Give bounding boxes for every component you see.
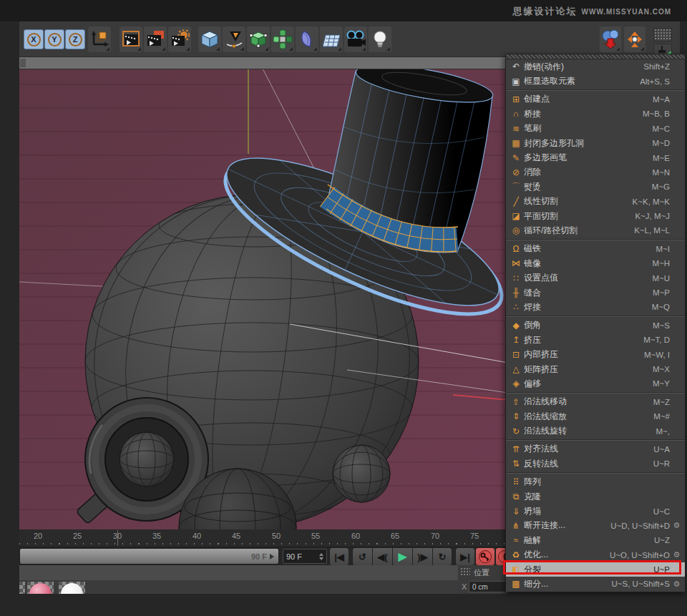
menu-item[interactable]: ≈融解U~Z: [506, 533, 685, 547]
coordinates-grip-dots[interactable]: [460, 567, 470, 576]
goto-prev-key-button[interactable]: ↺: [352, 547, 372, 566]
goto-start-button[interactable]: |◀: [329, 547, 349, 566]
menu-item[interactable]: ∴焊接M~Q: [506, 300, 685, 314]
menu-item-label: 沿法线旋转: [524, 425, 656, 437]
menu-item[interactable]: ↻沿法线旋转M~,: [506, 424, 685, 438]
menu-item[interactable]: ◆倒角M~S: [506, 318, 685, 333]
menu-item[interactable]: ⇕沿法线缩放M~#: [506, 409, 685, 424]
menu-item[interactable]: ⊘消除M~N: [506, 165, 685, 180]
coordinate-system-button[interactable]: [88, 26, 111, 52]
menu-item[interactable]: ✎多边形画笔M~E: [506, 150, 685, 165]
axis-lock-z-button[interactable]: Z: [65, 29, 85, 49]
menu-item-label: 坍塌: [524, 505, 653, 517]
menu-item[interactable]: ▩细分...U~S, U~Shift+S⚙: [506, 577, 685, 591]
menu-item[interactable]: ⊡内部挤压M~W, I: [506, 347, 685, 361]
content-browser-button[interactable]: [600, 26, 621, 52]
gear-icon[interactable]: ⚙: [672, 580, 681, 589]
menu-item[interactable]: ⋔断开连接...U~D, U~Shift+D⚙: [506, 519, 685, 533]
timeline-ruler[interactable]: 202530354045505560657075: [19, 529, 508, 547]
menu-item[interactable]: Ω磁铁M~I: [506, 242, 685, 256]
goto-next-frame-button[interactable]: )▶: [412, 547, 432, 566]
frame-stepper[interactable]: [319, 553, 323, 560]
menu-item-list: ↶撤销(动作)Shift+Z▣框显选取元素Alt+S, S⊞创建点M~A∩桥接M…: [506, 59, 685, 592]
menu-item[interactable]: ⧉克隆: [506, 489, 685, 504]
gear-icon[interactable]: ⚙: [672, 521, 681, 530]
menu-item[interactable]: ⇓坍塌U~C: [506, 504, 685, 518]
gear-icon[interactable]: ⚙: [672, 550, 681, 559]
menu-item-label: 消除: [524, 166, 652, 178]
material-manager-bar[interactable]: [19, 565, 458, 581]
menu-item[interactable]: ⇈对齐法线U~A: [506, 442, 685, 456]
render-view-icon: [121, 29, 141, 49]
render-view-button[interactable]: [120, 26, 142, 52]
timeline-tick-label: 25: [68, 532, 87, 540]
add-generator-button[interactable]: [247, 26, 270, 52]
menu-item[interactable]: ⇅反转法线U~R: [506, 456, 685, 471]
material-swatch-partial[interactable]: [19, 582, 25, 594]
menu-item-shortcut: M~N: [652, 168, 670, 177]
menu-item[interactable]: ∩桥接M~B, B: [506, 107, 685, 121]
menu-item[interactable]: ⠿阵列: [506, 475, 685, 489]
viewport-3d[interactable]: [19, 69, 508, 529]
menu-item[interactable]: ▣框显选取元素Alt+S, S: [506, 74, 685, 88]
render-settings-icon: [170, 29, 190, 49]
menu-item[interactable]: ◎循环/路径切割K~L, M~L: [506, 223, 685, 238]
render-picture-viewer-button[interactable]: [144, 26, 167, 52]
bevel-icon: ◆: [508, 321, 524, 331]
coordinate-x-field[interactable]: 0 cm: [469, 581, 506, 592]
add-environment-button[interactable]: [320, 26, 343, 52]
menu-item[interactable]: ◪平面切割K~J, M~J: [506, 209, 685, 223]
render-settings-button[interactable]: [168, 26, 191, 52]
menu-item[interactable]: ↶撤销(动作)Shift+Z: [506, 59, 685, 74]
axis-lock-x-button[interactable]: X: [24, 29, 44, 49]
current-frame-field[interactable]: 90 F: [283, 549, 327, 564]
menu-tearoff-strip[interactable]: [506, 54, 685, 59]
menu-item[interactable]: ⋈镜像M~H: [506, 256, 685, 270]
goto-prev-frame-button[interactable]: ◀(: [372, 547, 392, 566]
menu-item[interactable]: ╫缝合M~P: [506, 285, 685, 300]
array-icon: ⠿: [508, 477, 524, 487]
transport-frame-group: ↺◀(▶)▶↻: [352, 547, 452, 567]
add-cube-primitive-icon: [200, 29, 220, 49]
viewport-menubar[interactable]: [19, 57, 508, 69]
panel-grip-dots[interactable]: [653, 28, 672, 41]
add-light-button[interactable]: [369, 26, 391, 52]
timeline-range-slider[interactable]: 90 F: [19, 548, 279, 564]
menu-item[interactable]: ∷设置点值M~U: [506, 270, 685, 285]
menu-item[interactable]: ╱线性切割K~K, M~K: [506, 195, 685, 209]
right-eye-sphere[interactable]: [333, 445, 390, 502]
menu-item[interactable]: ≋笔刷M~C: [506, 122, 685, 136]
play-button[interactable]: ▶: [392, 547, 412, 566]
menu-item-label: 创建点: [524, 93, 653, 105]
goto-end-button[interactable]: ▶|: [455, 547, 475, 566]
goto-next-key-button[interactable]: ↻: [432, 547, 452, 566]
menu-separator: [506, 89, 685, 91]
loop-path-cut-icon: ◎: [508, 225, 524, 235]
render-picture-viewer-icon: [145, 29, 165, 49]
snap-move-button[interactable]: [624, 26, 645, 52]
menu-item[interactable]: ▦封闭多边形孔洞M~D: [506, 136, 685, 150]
menu-item[interactable]: ↥挤压M~T, D: [506, 333, 685, 347]
add-deformer-button[interactable]: [296, 26, 318, 52]
menu-item[interactable]: ◈偏移M~Y: [506, 376, 685, 391]
record-keyframe-button[interactable]: [475, 547, 495, 566]
material-swatch-white[interactable]: [59, 582, 85, 594]
optimize-icon: ♻: [508, 550, 524, 560]
menu-item-label: 封闭多边形孔洞: [524, 137, 652, 150]
material-swatch-pink[interactable]: [27, 582, 54, 594]
menu-item[interactable]: ⌒熨烫M~G: [506, 180, 685, 194]
menu-item-label: 多边形画笔: [524, 152, 653, 164]
menu-item[interactable]: △矩阵挤压M~X: [506, 362, 685, 376]
viewport-menu-partial-item: [20, 59, 26, 67]
add-mograph-button[interactable]: [271, 26, 294, 52]
axis-lock-y-button[interactable]: Y: [44, 29, 64, 49]
disconnect-icon: ⋔: [508, 521, 524, 531]
watermark-url: WWW.MISSYUAN.COM: [582, 8, 671, 16]
menu-item[interactable]: ⊞创建点M~A: [506, 92, 685, 107]
menu-item-label: 阵列: [524, 476, 670, 488]
add-camera-button[interactable]: [344, 26, 367, 52]
dissolve-icon: ⊘: [508, 167, 524, 177]
add-spline-pen-button[interactable]: [223, 26, 245, 52]
menu-item[interactable]: ⇧沿法线移动M~Z: [506, 395, 685, 409]
add-cube-primitive-button[interactable]: [198, 26, 221, 52]
